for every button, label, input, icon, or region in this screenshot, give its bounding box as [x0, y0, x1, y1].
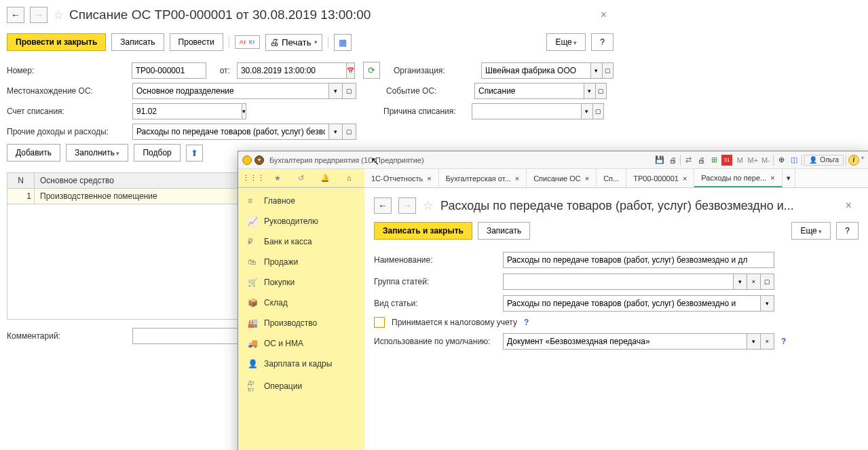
name-input[interactable]: [503, 252, 774, 268]
menu-icon[interactable]: ▾: [254, 155, 264, 165]
more-button[interactable]: Еще: [791, 222, 831, 240]
tab-sp[interactable]: Сп...: [597, 169, 626, 187]
other-input[interactable]: [132, 124, 329, 140]
event-input[interactable]: [474, 83, 584, 99]
sidebar-item-director[interactable]: 📈Руководителю: [238, 211, 364, 231]
dropdown-icon[interactable]: ▾: [591, 62, 603, 79]
org-input[interactable]: [481, 62, 591, 79]
date-input[interactable]: [237, 62, 347, 79]
m-icon[interactable]: M: [734, 155, 745, 166]
reason-input[interactable]: [472, 103, 582, 119]
forward-button[interactable]: →: [398, 198, 416, 214]
conduct-close-button[interactable]: Провести и закрыть: [7, 33, 106, 51]
number-input[interactable]: [132, 62, 206, 79]
bell-icon[interactable]: 🔔: [320, 172, 331, 183]
more-button[interactable]: Еще: [546, 33, 586, 51]
sidebar-item-bank[interactable]: ₽Банк и касса: [238, 231, 364, 252]
type-input[interactable]: [503, 295, 761, 312]
star-icon[interactable]: ★: [272, 172, 283, 183]
account-input[interactable]: [132, 103, 242, 119]
panel-icon[interactable]: ◫: [789, 155, 799, 166]
dropdown-icon[interactable]: ▾: [329, 83, 343, 99]
tab-expenses[interactable]: Расходы по пере...×: [694, 169, 782, 187]
close-icon[interactable]: ×: [427, 174, 431, 183]
location-input[interactable]: [132, 83, 329, 99]
sidebar-item-production[interactable]: 🏭Производство: [238, 313, 364, 333]
info-icon[interactable]: i: [848, 155, 859, 166]
write-button[interactable]: Записать: [478, 222, 530, 240]
tab-writeoff[interactable]: Списание ОС×: [527, 169, 597, 187]
close-icon[interactable]: ×: [515, 174, 519, 183]
help-button[interactable]: ?: [591, 33, 614, 51]
back-button[interactable]: ←: [7, 7, 24, 23]
dropdown-icon[interactable]: ▾: [584, 83, 596, 99]
dropdown-icon[interactable]: ▾: [747, 333, 761, 350]
sidebar-item-purchases[interactable]: 🛒Покупки: [238, 272, 364, 293]
open-icon[interactable]: ▢: [343, 124, 356, 140]
apps-icon[interactable]: ⋮⋮⋮: [248, 172, 259, 183]
dropdown-icon[interactable]: ▾: [329, 124, 343, 140]
write-close-button[interactable]: Записать и закрыть: [374, 222, 472, 240]
open-icon[interactable]: ▢: [343, 83, 356, 99]
refresh-icon[interactable]: ⟳: [363, 62, 380, 79]
dropdown-icon[interactable]: ▾: [242, 103, 246, 119]
close-icon[interactable]: ×: [594, 9, 614, 21]
calc-icon[interactable]: ⊞: [709, 155, 719, 166]
select-button[interactable]: Подбор: [134, 144, 180, 162]
group-input[interactable]: [503, 274, 734, 290]
close-icon[interactable]: ×: [839, 200, 858, 212]
help-icon[interactable]: ?: [781, 337, 786, 346]
star-icon[interactable]: ☆: [423, 198, 434, 213]
save-icon[interactable]: 💾: [654, 155, 665, 166]
m-minus-icon[interactable]: M-: [760, 155, 771, 166]
tab-1c-report[interactable]: 1С-Отчетность×: [364, 169, 439, 187]
sidebar-item-sales[interactable]: 🛍Продажи: [238, 252, 364, 272]
user-box[interactable]: 👤Ольга: [804, 155, 844, 166]
write-button[interactable]: Записать: [111, 33, 164, 51]
sidebar-item-operations[interactable]: ДтКтОперации: [238, 374, 364, 398]
info-dropdown-icon[interactable]: ▾: [861, 155, 864, 166]
tab-tr[interactable]: ТР00-000001×: [626, 169, 694, 187]
help-button[interactable]: ?: [836, 222, 858, 240]
calendar-icon[interactable]: 31: [721, 155, 732, 166]
home-icon[interactable]: ⌂: [343, 172, 354, 183]
star-icon[interactable]: ☆: [53, 7, 64, 22]
dt-kt-button[interactable]: АтКт: [235, 35, 260, 49]
zoom-icon[interactable]: ⊕: [776, 155, 787, 166]
clear-icon[interactable]: ×: [761, 333, 774, 350]
tab-dropdown[interactable]: ▾: [782, 169, 795, 187]
close-icon[interactable]: ×: [683, 174, 687, 183]
help-icon[interactable]: ?: [524, 318, 529, 327]
forward-button[interactable]: →: [30, 7, 48, 23]
calendar-icon[interactable]: 📅: [347, 62, 355, 79]
history-icon[interactable]: ↺: [296, 172, 307, 183]
open-icon[interactable]: ▢: [596, 83, 607, 99]
open-icon[interactable]: ▢: [593, 103, 605, 119]
up-button[interactable]: ⬆: [186, 145, 203, 162]
dropdown-icon[interactable]: ▾: [761, 295, 774, 312]
structure-button[interactable]: ▦: [334, 34, 352, 51]
default-input[interactable]: [503, 333, 747, 350]
open-icon[interactable]: ▢: [603, 62, 614, 79]
printer2-icon[interactable]: 🖨: [696, 155, 706, 166]
dropdown-icon[interactable]: ▾: [582, 103, 593, 119]
add-button[interactable]: Добавить: [7, 144, 60, 162]
print-button[interactable]: 🖨 Печать: [265, 34, 322, 51]
sidebar-item-main[interactable]: ≡Главное: [238, 191, 364, 211]
close-icon[interactable]: ×: [585, 174, 589, 183]
print-icon[interactable]: 🖨: [667, 155, 678, 166]
dropdown-icon[interactable]: ▾: [734, 274, 747, 290]
sidebar-item-assets[interactable]: 🚚ОС и НМА: [238, 333, 364, 354]
tax-checkbox[interactable]: [374, 317, 385, 328]
clear-icon[interactable]: ×: [747, 274, 761, 290]
back-button[interactable]: ←: [374, 198, 392, 214]
close-icon[interactable]: ×: [770, 174, 774, 182]
sidebar-item-warehouse[interactable]: 📦Склад: [238, 293, 364, 313]
conduct-button[interactable]: Провести: [170, 33, 223, 51]
m-plus-icon[interactable]: M+: [747, 155, 758, 166]
compare-icon[interactable]: ⇄: [683, 155, 694, 166]
sidebar-item-salary[interactable]: 👤Зарплата и кадры: [238, 354, 364, 374]
fill-button[interactable]: Заполнить: [66, 144, 128, 162]
tab-accounting[interactable]: Бухгалтерская от...×: [439, 169, 527, 187]
open-icon[interactable]: ▢: [761, 274, 774, 290]
